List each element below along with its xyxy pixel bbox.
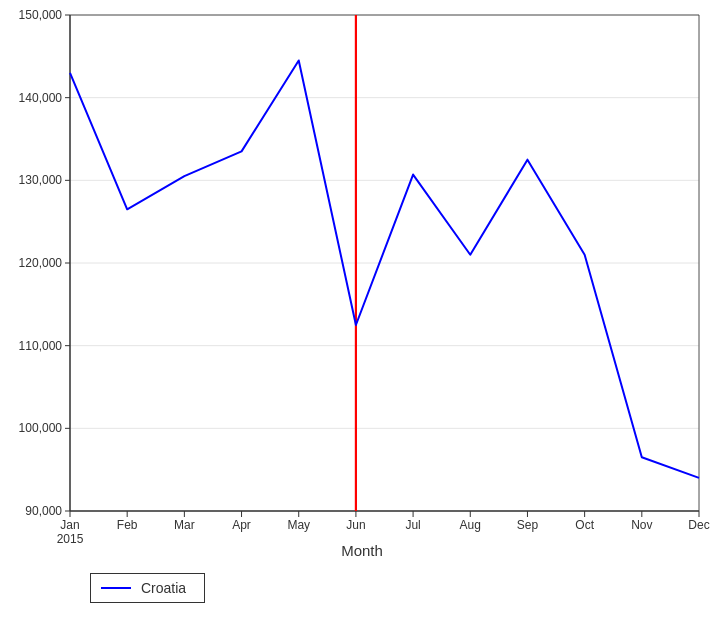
svg-text:130,000: 130,000 xyxy=(19,173,63,187)
svg-text:Jan: Jan xyxy=(60,518,79,532)
svg-text:Oct: Oct xyxy=(575,518,594,532)
svg-text:150,000: 150,000 xyxy=(19,8,63,22)
svg-text:Dec: Dec xyxy=(688,518,709,532)
chart-svg: 90,000100,000110,000120,000130,000140,00… xyxy=(0,0,724,621)
svg-text:Apr: Apr xyxy=(232,518,251,532)
svg-text:Nov: Nov xyxy=(631,518,652,532)
svg-text:100,000: 100,000 xyxy=(19,421,63,435)
svg-text:140,000: 140,000 xyxy=(19,91,63,105)
svg-text:Mar: Mar xyxy=(174,518,195,532)
svg-text:Jul: Jul xyxy=(405,518,420,532)
svg-text:May: May xyxy=(287,518,310,532)
svg-text:Jun: Jun xyxy=(346,518,365,532)
svg-text:110,000: 110,000 xyxy=(19,339,63,353)
svg-text:Sep: Sep xyxy=(517,518,539,532)
legend-line-icon xyxy=(101,587,131,589)
svg-text:90,000: 90,000 xyxy=(25,504,62,518)
chart-container: 90,000100,000110,000120,000130,000140,00… xyxy=(0,0,724,621)
svg-text:120,000: 120,000 xyxy=(19,256,63,270)
x-axis-label: Month xyxy=(0,542,724,559)
legend-label: Croatia xyxy=(141,580,186,596)
svg-text:Aug: Aug xyxy=(460,518,481,532)
svg-text:Feb: Feb xyxy=(117,518,138,532)
chart-legend: Croatia xyxy=(90,573,205,603)
